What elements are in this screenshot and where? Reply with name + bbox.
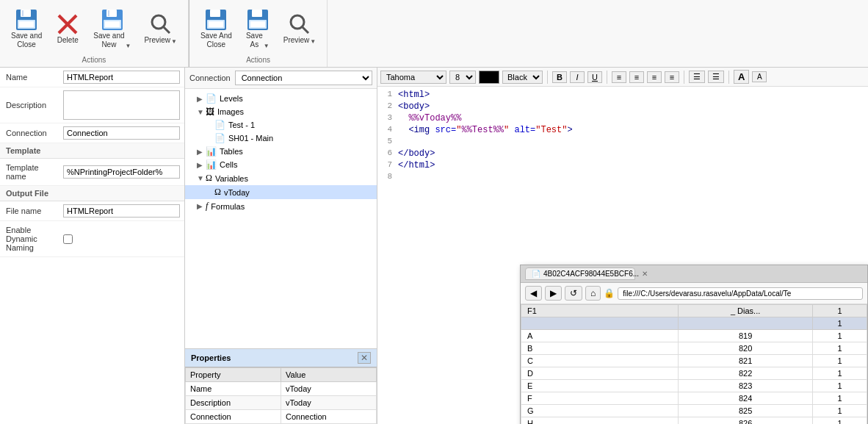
tree-item-sh01[interactable]: 📄 SH01 - Main <box>185 132 377 145</box>
delete-label: Delete <box>57 36 79 45</box>
home-button[interactable]: ⌂ <box>585 286 601 301</box>
file-name-input[interactable] <box>63 204 180 218</box>
f1-cell: H <box>521 417 679 425</box>
variables-label: Variables <box>215 174 248 183</box>
line-content-7: </html> <box>398 160 865 172</box>
preview-dropdown-arrow-1[interactable]: ▼ <box>171 38 177 45</box>
list1-button[interactable]: ☰ <box>689 71 705 83</box>
increase-font-button[interactable]: A <box>734 70 749 84</box>
decrease-font-button[interactable]: A <box>752 71 767 82</box>
line-num-1: 1 <box>380 90 398 101</box>
val-cell: 1 <box>813 405 867 417</box>
font-select[interactable]: Tahoma <box>380 71 446 84</box>
tree-item-tables[interactable]: ▶ 📊 Tables <box>185 145 377 158</box>
description-input[interactable] <box>63 90 180 120</box>
val-cell: 1 <box>813 392 867 405</box>
formulas-icon: f <box>206 201 208 212</box>
list2-button[interactable]: ☰ <box>708 71 724 83</box>
dynamic-naming-label: Enable Dynamic Naming <box>0 221 59 257</box>
align-right-button[interactable]: ≡ <box>647 71 662 83</box>
formulas-label: Formulas <box>211 202 245 211</box>
f1-cell: G <box>521 405 679 417</box>
table-header-row: F1 _ Dias... 1 <box>521 305 867 317</box>
forward-button[interactable]: ▶ <box>545 286 562 301</box>
tree-item-vtoday[interactable]: Ω vToday <box>185 185 377 199</box>
delete-icon <box>56 12 79 36</box>
f1-cell: B <box>521 342 679 355</box>
align-center-button[interactable]: ≡ <box>629 71 644 83</box>
save-and-new-button[interactable]: Save andNew ▼ <box>88 4 136 53</box>
sh01-icon: 📄 <box>214 133 225 143</box>
size-select[interactable]: 8 <box>449 71 476 84</box>
table-row: A 819 1 <box>521 330 867 342</box>
dias-cell: 825 <box>679 405 813 417</box>
template-name-input[interactable] <box>63 165 180 179</box>
save-and-close-button[interactable]: Save andClose <box>6 4 47 53</box>
save-as-dropdown-arrow[interactable]: ▼ <box>264 43 270 49</box>
ribbon-buttons-1: Save andClose Delete Save andNew ▼ <box>6 3 182 54</box>
prop-name-label: Name <box>186 382 281 396</box>
svg-rect-2 <box>22 10 23 16</box>
name-label: Name <box>0 68 59 87</box>
connection-value <box>59 123 184 143</box>
table-row: H 826 1 <box>521 417 867 425</box>
line-num-3: 3 <box>380 113 398 125</box>
f1-cell: E <box>521 380 679 392</box>
val-cell: 1 <box>813 417 867 425</box>
properties-title: Properties <box>191 353 231 362</box>
tree-item-levels[interactable]: ▶ 📄 Levels <box>185 92 377 105</box>
f1-cell: C <box>521 355 679 367</box>
italic-button[interactable]: I <box>570 71 585 83</box>
save-new-dropdown-arrow[interactable]: ▼ <box>126 43 131 49</box>
file-name-value <box>59 201 184 221</box>
tree-item-cells[interactable]: ▶ 📊 Cells <box>185 158 377 171</box>
properties-table: Property Value Name vToday Description v… <box>185 367 377 424</box>
align-left-button[interactable]: ≡ <box>612 71 626 83</box>
browser-tab-close[interactable]: ✕ <box>642 270 648 278</box>
preview-button-2[interactable]: Preview ▼ <box>278 9 322 48</box>
name-input[interactable] <box>63 71 180 84</box>
properties-close-button[interactable]: ✕ <box>358 352 371 364</box>
browser-content: F1 _ Dias... 1 1 A 819 1 B 820 1 C 821 <box>521 304 867 424</box>
toolbar-separator-4 <box>728 71 729 84</box>
underline-button[interactable]: U <box>587 71 602 83</box>
save-and-close-button-2[interactable]: Save AndClose <box>195 4 237 53</box>
color-swatch[interactable] <box>479 71 499 84</box>
save-close-icon <box>15 8 38 32</box>
back-button[interactable]: ◀ <box>525 286 542 301</box>
tree-item-formulas[interactable]: ▶ f Formulas <box>185 199 377 213</box>
preview-button-1[interactable]: Preview ▼ <box>139 9 182 48</box>
code-line-3: 3 %%vToday%% <box>380 113 865 125</box>
save-close-label: Save andClose <box>11 32 42 49</box>
refresh-button[interactable]: ↺ <box>565 286 582 301</box>
description-label: Description <box>0 87 59 123</box>
tree-item-variables[interactable]: ▼ Ω Variables <box>185 171 377 185</box>
properties-panel: Properties ✕ Property Value Name vToday <box>185 348 377 424</box>
address-bar[interactable] <box>618 287 863 300</box>
color-dropdown[interactable]: Black <box>502 71 543 84</box>
connection-select[interactable]: Connection <box>235 71 372 85</box>
preview-dropdown-arrow-2[interactable]: ▼ <box>310 38 316 45</box>
connection-bar-label: Connection <box>189 73 231 82</box>
delete-button[interactable]: Delete <box>50 9 85 48</box>
save-as-button[interactable]: SaveAs ▼ <box>240 4 275 53</box>
val-cell: 1 <box>813 342 867 355</box>
tree-item-test1[interactable]: 📄 Test - 1 <box>185 118 377 132</box>
browser-tab[interactable]: 📄 4B02C4ACF98044E5BCF6... ✕ <box>525 267 635 280</box>
connection-input[interactable] <box>63 126 180 140</box>
browser-tab-label: 4B02C4ACF98044E5BCF6... <box>543 270 639 278</box>
test1-icon: 📄 <box>214 120 225 130</box>
svg-rect-19 <box>252 10 262 17</box>
prop-conn-value: Connection <box>281 410 377 424</box>
svg-rect-15 <box>210 10 220 17</box>
line-num-5: 5 <box>380 137 398 148</box>
bold-button[interactable]: B <box>552 71 567 83</box>
code-line-8: 8 <box>380 172 865 184</box>
template-name-value <box>59 159 184 186</box>
tree-item-images[interactable]: ▼ 🖼 Images <box>185 105 377 118</box>
val-cell: 1 <box>813 330 867 342</box>
section-label-2: Actions <box>246 54 270 64</box>
dynamic-naming-checkbox[interactable] <box>63 234 73 244</box>
ribbon: Save andClose Delete Save andNew ▼ <box>0 0 868 68</box>
justify-button[interactable]: ≡ <box>665 71 679 83</box>
